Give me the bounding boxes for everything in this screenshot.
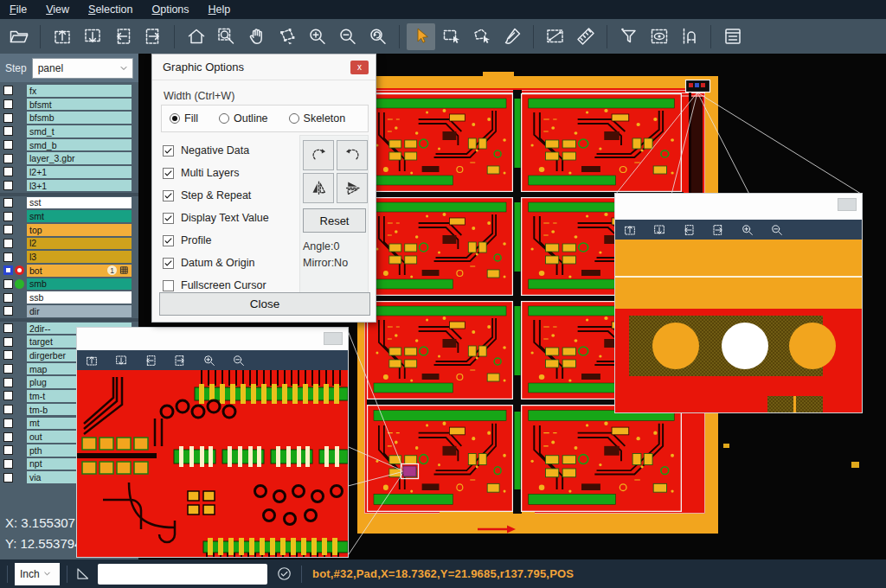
tool-zoom-in[interactable] bbox=[303, 23, 331, 50]
tool-view-down[interactable] bbox=[113, 353, 128, 368]
layer-row-smd_b[interactable]: smd_b bbox=[0, 138, 138, 152]
layer-row-l2+1[interactable]: l2+1 bbox=[0, 165, 138, 179]
tool-select-rectangle[interactable] bbox=[437, 23, 465, 50]
tool-snap-tool[interactable] bbox=[675, 23, 703, 50]
tool-select-polygon[interactable] bbox=[467, 23, 496, 50]
tool-brush-tool[interactable] bbox=[498, 23, 526, 50]
layer-checkbox[interactable] bbox=[3, 113, 13, 123]
close-button[interactable]: Close bbox=[159, 292, 370, 316]
tool-pan-tool[interactable] bbox=[242, 23, 271, 50]
layer-checkbox[interactable] bbox=[3, 405, 13, 414]
menu-item-file[interactable]: File bbox=[0, 0, 36, 19]
tool-zoom-in[interactable] bbox=[740, 222, 754, 237]
layer-name[interactable]: bfsmt bbox=[27, 99, 132, 111]
tool-zoom-previous[interactable] bbox=[363, 23, 392, 50]
radio-circle[interactable] bbox=[170, 113, 180, 124]
window-button[interactable] bbox=[838, 198, 857, 211]
layer-checkbox[interactable] bbox=[3, 212, 13, 221]
checkbox-box[interactable] bbox=[163, 145, 174, 157]
layer-checkbox[interactable] bbox=[3, 445, 13, 455]
rotate-clockwise-button[interactable] bbox=[303, 140, 334, 170]
layer-checkbox[interactable] bbox=[3, 181, 13, 190]
tool-view-options[interactable] bbox=[645, 23, 673, 50]
layer-name[interactable]: l2+1 bbox=[27, 166, 132, 178]
reset-button[interactable]: Reset bbox=[303, 208, 366, 233]
tool-view-down[interactable] bbox=[652, 222, 666, 237]
layer-name[interactable]: l2 bbox=[27, 238, 132, 250]
layer-checkbox[interactable] bbox=[3, 86, 13, 95]
apply-icon[interactable] bbox=[276, 566, 292, 582]
checkbox-box[interactable] bbox=[163, 280, 174, 291]
layer-name[interactable]: dir bbox=[27, 305, 132, 317]
layer-row-smd_t[interactable]: smd_t bbox=[0, 125, 138, 138]
menu-item-selection[interactable]: Selection bbox=[79, 0, 142, 19]
layer-checkbox[interactable] bbox=[3, 154, 13, 163]
layer-row-l3[interactable]: l3 bbox=[0, 250, 138, 264]
layer-checkbox[interactable] bbox=[3, 279, 13, 289]
tool-view-up[interactable] bbox=[622, 222, 637, 237]
checkbox-profile[interactable]: Profile bbox=[163, 229, 292, 252]
radio-fill[interactable]: Fill bbox=[170, 112, 198, 125]
tool-home-view[interactable] bbox=[182, 23, 210, 50]
layer-checkbox[interactable] bbox=[3, 350, 13, 360]
layer-name[interactable]: smt bbox=[27, 210, 132, 222]
layer-name[interactable]: l3 bbox=[27, 251, 132, 263]
checkbox-step-repeat[interactable]: Step & Repeat bbox=[163, 184, 292, 207]
radio-outline[interactable]: Outline bbox=[219, 112, 268, 125]
layer-row-fx[interactable]: fx bbox=[0, 84, 138, 98]
checkbox-box[interactable] bbox=[163, 190, 174, 201]
magnifier-titlebar[interactable] bbox=[77, 328, 348, 350]
layer-row-layer_3.gbr[interactable]: layer_3.gbr bbox=[0, 151, 138, 165]
layer-row-bfsmb[interactable]: bfsmb bbox=[0, 111, 138, 125]
radio-circle[interactable] bbox=[219, 113, 229, 124]
radio-circle[interactable] bbox=[289, 113, 299, 124]
tool-zoom-out[interactable] bbox=[231, 353, 246, 368]
checkbox-datum-origin[interactable]: Datum & Origin bbox=[163, 252, 292, 274]
layer-row-bfsmt[interactable]: bfsmt bbox=[0, 98, 138, 112]
menu-item-view[interactable]: View bbox=[36, 0, 79, 19]
tool-zoom-out[interactable] bbox=[333, 23, 362, 50]
tool-view-up[interactable] bbox=[84, 353, 99, 368]
layer-name[interactable]: smb bbox=[27, 278, 132, 291]
layer-name[interactable]: sst bbox=[27, 197, 132, 209]
layer-row-smb[interactable]: smb bbox=[0, 278, 138, 291]
layer-name[interactable]: l3+1 bbox=[27, 180, 132, 192]
layer-name[interactable]: bot1 bbox=[27, 265, 132, 277]
layer-checkbox[interactable] bbox=[3, 167, 13, 176]
tool-zoom-window[interactable] bbox=[212, 23, 241, 50]
magnifier-window-right[interactable] bbox=[614, 193, 863, 413]
layer-checkbox[interactable] bbox=[3, 239, 13, 248]
tool-view-left[interactable] bbox=[143, 353, 157, 368]
layer-name[interactable]: top bbox=[27, 224, 132, 236]
layer-row-dir[interactable]: dir bbox=[0, 304, 138, 318]
layer-checkbox[interactable] bbox=[3, 293, 13, 303]
layer-checkbox[interactable] bbox=[3, 252, 13, 262]
checkbox-display-text-value[interactable]: Display Text Value bbox=[163, 207, 292, 229]
layer-row-l2[interactable]: l2 bbox=[0, 237, 138, 251]
tool-zoom-out[interactable] bbox=[769, 222, 784, 237]
layer-row-ssb[interactable]: ssb bbox=[0, 291, 138, 304]
checkbox-multi-layers[interactable]: Multi Layers bbox=[163, 162, 292, 184]
tool-view-left[interactable] bbox=[108, 23, 137, 50]
dialog-titlebar[interactable]: Graphic Options x bbox=[152, 54, 376, 80]
layer-checkbox[interactable] bbox=[3, 337, 13, 347]
layer-row-l3+1[interactable]: l3+1 bbox=[0, 179, 138, 193]
menu-item-options[interactable]: Options bbox=[142, 0, 198, 19]
window-button[interactable] bbox=[324, 332, 343, 345]
layer-name[interactable]: fx bbox=[27, 85, 132, 97]
checkbox-box[interactable] bbox=[163, 168, 174, 179]
layer-checkbox[interactable] bbox=[3, 225, 13, 234]
tool-select-tool[interactable] bbox=[407, 23, 435, 50]
magnifier-window-left[interactable] bbox=[76, 327, 349, 558]
tool-zoom-in[interactable] bbox=[202, 353, 216, 368]
command-input[interactable] bbox=[98, 564, 267, 585]
close-icon[interactable]: x bbox=[350, 61, 369, 74]
layer-checkbox[interactable] bbox=[3, 265, 13, 275]
layer-checkbox[interactable] bbox=[3, 198, 13, 208]
tool-view-up[interactable] bbox=[48, 23, 76, 50]
layer-checkbox[interactable] bbox=[3, 126, 13, 136]
mirror-horizontal-button[interactable] bbox=[303, 173, 334, 203]
layer-checkbox[interactable] bbox=[3, 419, 13, 428]
layer-name[interactable]: smd_b bbox=[27, 139, 132, 151]
layer-name[interactable]: bfsmb bbox=[27, 112, 132, 124]
